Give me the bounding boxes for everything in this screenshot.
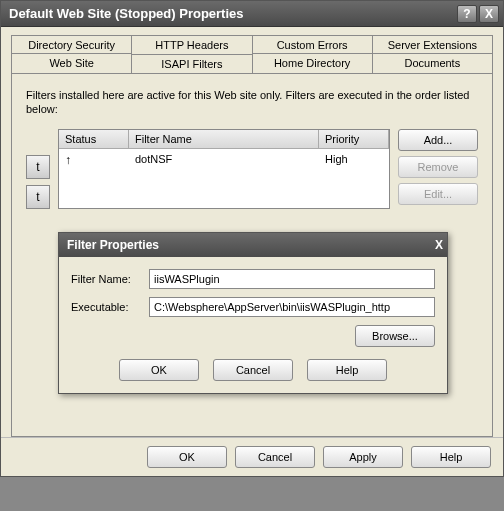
browse-button[interactable]: Browse... — [355, 325, 435, 347]
tab-documents[interactable]: Documents — [373, 53, 493, 73]
row-filter-name: dotNSF — [129, 151, 319, 169]
move-up-button[interactable]: t — [26, 155, 50, 179]
add-button[interactable]: Add... — [398, 129, 478, 151]
dialog-title: Filter Properties — [67, 238, 435, 252]
filter-name-input[interactable] — [149, 269, 435, 289]
move-down-button[interactable]: t — [26, 185, 50, 209]
filter-name-label: Filter Name: — [71, 273, 143, 285]
help-button[interactable]: ? — [457, 5, 477, 23]
tab-custom-errors[interactable]: Custom Errors — [253, 35, 373, 54]
dialog-cancel-button[interactable]: Cancel — [213, 359, 293, 381]
ok-button[interactable]: OK — [147, 446, 227, 468]
col-filter-name[interactable]: Filter Name — [129, 130, 319, 148]
arrow-up-icon: t — [36, 160, 39, 174]
tab-web-site[interactable]: Web Site — [11, 53, 132, 73]
dialog-close-button[interactable]: X — [435, 238, 443, 252]
panel-description: Filters installed here are active for th… — [26, 88, 478, 117]
col-priority[interactable]: Priority — [319, 130, 389, 148]
close-button[interactable]: X — [479, 5, 499, 23]
status-up-icon: ↑ — [65, 153, 71, 167]
apply-button[interactable]: Apply — [323, 446, 403, 468]
list-row[interactable]: ↑ dotNSF High — [59, 149, 389, 171]
tab-server-extensions[interactable]: Server Extensions — [373, 35, 493, 54]
dialog-titlebar: Filter Properties X — [59, 233, 447, 257]
row-priority: High — [319, 151, 389, 169]
properties-window: Default Web Site (Stopped) Properties ? … — [0, 0, 504, 477]
tab-isapi-filters[interactable]: ISAPI Filters — [132, 54, 252, 74]
window-title: Default Web Site (Stopped) Properties — [9, 6, 455, 21]
tab-home-directory[interactable]: Home Directory — [253, 53, 373, 73]
remove-button[interactable]: Remove — [398, 156, 478, 178]
executable-input[interactable] — [149, 297, 435, 317]
titlebar: Default Web Site (Stopped) Properties ? … — [1, 1, 503, 27]
dialog-ok-button[interactable]: OK — [119, 359, 199, 381]
help-button-bottom[interactable]: Help — [411, 446, 491, 468]
edit-button[interactable]: Edit... — [398, 183, 478, 205]
dialog-help-button[interactable]: Help — [307, 359, 387, 381]
arrow-down-icon: t — [36, 190, 39, 204]
dialog-bottom-buttons: OK Cancel Apply Help — [1, 437, 503, 476]
tab-http-headers[interactable]: HTTP Headers — [132, 35, 252, 54]
list-header: Status Filter Name Priority — [59, 130, 389, 149]
filters-list[interactable]: Status Filter Name Priority ↑ dotNSF Hig… — [58, 129, 390, 209]
executable-label: Executable: — [71, 301, 143, 313]
col-status[interactable]: Status — [59, 130, 129, 148]
tab-directory-security[interactable]: Directory Security — [11, 35, 132, 54]
cancel-button[interactable]: Cancel — [235, 446, 315, 468]
filter-properties-dialog: Filter Properties X Filter Name: Executa… — [58, 232, 448, 394]
